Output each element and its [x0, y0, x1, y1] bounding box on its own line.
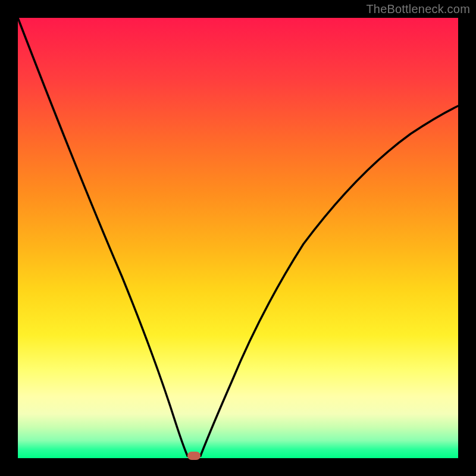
chart-frame: TheBottleneck.com — [0, 0, 476, 476]
watermark-text: TheBottleneck.com — [366, 2, 470, 16]
curve-right-branch — [201, 106, 458, 456]
bottleneck-marker — [187, 452, 201, 460]
plot-area — [18, 18, 458, 458]
bottleneck-curve — [18, 18, 458, 458]
curve-left-branch — [18, 18, 187, 456]
